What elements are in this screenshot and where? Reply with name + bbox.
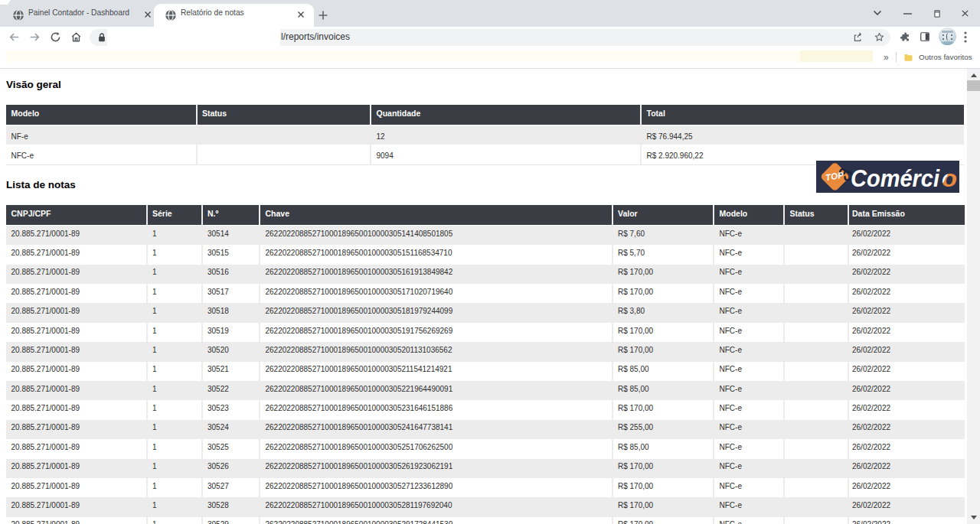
svg-text:Comérci: Comérci — [851, 165, 940, 192]
svg-text:o: o — [942, 165, 957, 192]
